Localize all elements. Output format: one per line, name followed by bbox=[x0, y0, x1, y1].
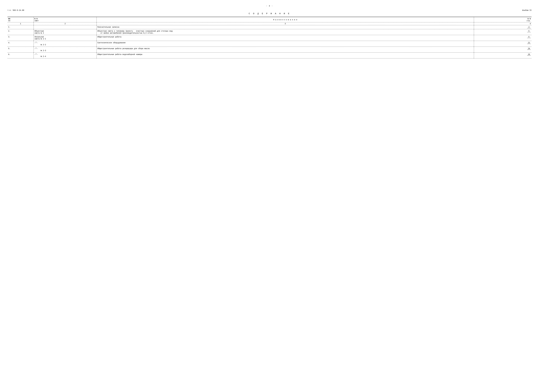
col-header-page: № №стр. bbox=[474, 17, 532, 22]
row-smeta: –"– № 2-3 bbox=[34, 47, 97, 53]
table-row: 5. –"– № 2-3 Общестроительные работы рез… bbox=[7, 47, 532, 53]
row-smeta: –"– № 2-4 bbox=[34, 53, 97, 58]
page-number: - 3 - bbox=[7, 5, 532, 7]
row-num: I. bbox=[7, 25, 34, 29]
table-row: 4. –"– № 2-2 Сантехническое оборудование… bbox=[7, 41, 532, 47]
col-num-2: 2 bbox=[34, 22, 97, 25]
row-smeta: Локальнаясмета № 2-I bbox=[34, 35, 97, 41]
col-header-num: №№пп bbox=[7, 17, 34, 22]
right-ref: Альбом IV bbox=[522, 9, 532, 11]
row-name: Общестроительные работы водозаборной кам… bbox=[97, 53, 474, 58]
row-name: Сантехническое оборудование bbox=[97, 41, 474, 47]
table-row: 6. –"– № 2-4 Общестроительные работы вод… bbox=[7, 53, 532, 58]
table-row: 3. Локальнаясмета № 2-I Общестроительные… bbox=[7, 35, 532, 41]
left-ref: т.п. 503-9-24.88 bbox=[7, 9, 24, 11]
row-num: 4. bbox=[7, 41, 34, 47]
row-smeta: Объектнаясмета № 2 bbox=[34, 29, 97, 35]
row-page: 4 bbox=[474, 25, 532, 29]
col-num-1: 1 bbox=[7, 22, 34, 25]
row-page: 6 bbox=[474, 35, 532, 41]
row-smeta: –"– № 2-2 bbox=[34, 41, 97, 47]
col-header-name: Н а и м е н о в а н и е bbox=[97, 17, 474, 22]
row-num: 3. bbox=[7, 35, 34, 41]
table-row: I. Пояснительная записка 4 bbox=[7, 25, 532, 29]
table-row: 2. Объектнаясмета № 2 Объектная смета к … bbox=[7, 29, 532, 35]
row-name: Общестроительные работы bbox=[97, 35, 474, 41]
row-num: 6. bbox=[7, 53, 34, 58]
row-page: 5 bbox=[474, 29, 532, 35]
row-smeta bbox=[34, 25, 97, 29]
row-name: Пояснительная записка bbox=[97, 25, 474, 29]
col-num-4: 4 bbox=[474, 22, 532, 25]
page-title: С О Д Е Р Ж А Н И Е bbox=[7, 13, 532, 15]
row-num: 2. bbox=[7, 29, 34, 35]
row-page: I2 bbox=[474, 41, 532, 47]
row-name: Объектная смета к типовому проекту очист… bbox=[97, 29, 474, 35]
row-page: 20 bbox=[474, 53, 532, 58]
col-num-3: 3 bbox=[97, 22, 474, 25]
row-name: Общестроительные работы резервуара для с… bbox=[97, 47, 474, 53]
col-header-smeta: № №смет bbox=[34, 17, 97, 22]
content-table: №№пп № №смет Н а и м е н о в а н и е № №… bbox=[7, 17, 532, 58]
row-page: I6 bbox=[474, 47, 532, 53]
row-num: 5. bbox=[7, 47, 34, 53]
